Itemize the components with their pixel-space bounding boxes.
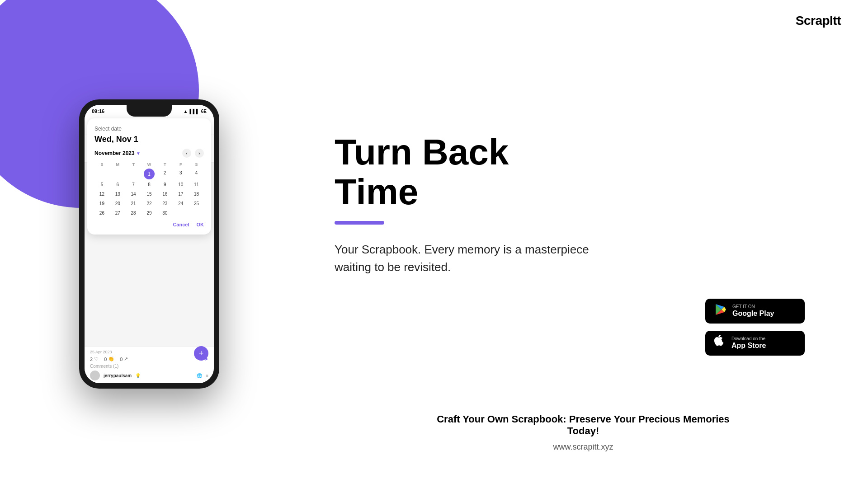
dropdown-arrow-icon[interactable]: ▼ (136, 151, 141, 156)
bottom-cta: Craft Your Own Scrapbook: Preserve Your … (298, 413, 868, 452)
google-play-button[interactable]: GET IT ON Google Play (705, 299, 805, 324)
cal-day-21[interactable]: 21 (126, 199, 141, 208)
calendar-grid: S M T W T F S 1 2 3 4 5 (94, 161, 204, 217)
cal-day-25[interactable]: 25 (189, 199, 204, 208)
cal-day-23[interactable]: 23 (157, 199, 172, 208)
bottom-user-avatar (90, 371, 100, 380)
cal-header-m: M (110, 161, 125, 168)
calendar-modal: Select date Wed, Nov 1 November 2023 ▼ ‹… (87, 118, 211, 235)
google-play-text: GET IT ON Google Play (732, 305, 774, 318)
calendar-selected-date: Wed, Nov 1 (94, 135, 204, 144)
phone-screen: 09:16 ▲ ▌▌▌ 6E ScrapItt ⊞ ➤ (85, 105, 214, 383)
cal-day-19[interactable]: 19 (94, 199, 109, 208)
phone-actions: 2 ♡ 0 👏 0 ↗ ➤ (90, 356, 208, 362)
cal-day-7[interactable]: 7 (126, 180, 141, 189)
cal-day-empty (189, 209, 204, 217)
bottom-user-emoji: 💡 (135, 373, 141, 378)
cal-day-13[interactable]: 13 (110, 190, 125, 198)
cal-day-1[interactable]: 1 (144, 169, 155, 179)
cal-header-t2: T (157, 161, 172, 168)
google-play-name: Google Play (732, 309, 774, 318)
cal-day-18[interactable]: 18 (189, 190, 204, 198)
phone-device: 09:16 ▲ ▌▌▌ 6E ScrapItt ⊞ ➤ (79, 99, 219, 389)
cal-day-14[interactable]: 14 (126, 190, 141, 198)
ok-button[interactable]: OK (197, 222, 204, 227)
month-navigation: ‹ › (182, 149, 204, 158)
cal-day-2[interactable]: 2 (157, 169, 172, 179)
cal-day-9[interactable]: 9 (157, 180, 172, 189)
cal-day-17[interactable]: 17 (173, 190, 188, 198)
cal-day-12[interactable]: 12 (94, 190, 109, 198)
google-play-icon (714, 303, 727, 319)
apple-icon (714, 335, 726, 351)
cal-day-24[interactable]: 24 (173, 199, 188, 208)
cal-header-s: S (94, 161, 109, 168)
cal-day-empty (94, 169, 109, 179)
cal-day-4[interactable]: 4 (189, 169, 204, 179)
cal-header-w: W (142, 161, 157, 168)
clap-icon[interactable]: 👏 (108, 356, 114, 362)
cal-day-27[interactable]: 27 (110, 209, 125, 217)
purple-accent-line (335, 221, 384, 225)
month-label: November 2023 ▼ (94, 150, 141, 156)
cal-day-28[interactable]: 28 (126, 209, 141, 217)
cal-header-s2: S (189, 161, 204, 168)
cancel-button[interactable]: Cancel (173, 222, 189, 227)
app-store-sub: Download on the (731, 337, 766, 341)
post-date: 25 Apr 2023 (90, 350, 208, 354)
likes-count: 2 ♡ (90, 356, 99, 362)
prev-month-button[interactable]: ‹ (182, 149, 191, 158)
cta-text: Craft Your Own Scrapbook: Preserve Your … (425, 413, 741, 437)
status-time: 09:16 (92, 108, 104, 114)
share-icon[interactable]: ↗ (124, 356, 128, 362)
calendar-month-row: November 2023 ▼ ‹ › (94, 149, 204, 158)
fab-add-button[interactable]: + (194, 346, 208, 361)
cal-day-29[interactable]: 29 (142, 209, 157, 217)
bottom-user-row: jerrypaulsam 💡 🌐 ≡ (90, 371, 208, 380)
cal-day-30[interactable]: 30 (157, 209, 172, 217)
heart-icon[interactable]: ♡ (94, 356, 99, 362)
cal-day-16[interactable]: 16 (157, 190, 172, 198)
cal-day-empty (173, 209, 188, 217)
cal-header-f: F (173, 161, 188, 168)
cal-day-26[interactable]: 26 (94, 209, 109, 217)
app-store-name: App Store (731, 341, 766, 350)
signal-icon: ▌▌▌ (190, 109, 199, 114)
phone-notch (127, 105, 172, 117)
cal-day-8[interactable]: 8 (142, 180, 157, 189)
cal-day-10[interactable]: 10 (173, 180, 188, 189)
shares-count: 0 ↗ (120, 356, 128, 362)
website-url: www.scrapitt.xyz (298, 442, 868, 452)
hero-title: Turn Back Time (335, 132, 832, 212)
cal-day-empty (110, 169, 125, 179)
cal-day-empty (126, 169, 141, 179)
cal-day-3[interactable]: 3 (173, 169, 188, 179)
calendar-dialog-title: Select date (94, 126, 204, 132)
hero-description: Your Scrapbook. Every memory is a master… (335, 241, 597, 276)
calendar-actions: Cancel OK (94, 222, 204, 227)
wifi-icon: ▲ (184, 109, 188, 114)
menu-lines-icon[interactable]: ≡ (206, 373, 208, 378)
status-icons: ▲ ▌▌▌ 6E (184, 109, 207, 114)
cal-day-20[interactable]: 20 (110, 199, 125, 208)
cal-day-6[interactable]: 6 (110, 180, 125, 189)
cal-day-5[interactable]: 5 (94, 180, 109, 189)
brand-logo: ScrapItt (796, 14, 841, 28)
app-store-button[interactable]: Download on the App Store (705, 331, 805, 356)
cal-header-t: T (126, 161, 141, 168)
cal-day-11[interactable]: 11 (189, 180, 204, 189)
next-month-button[interactable]: › (195, 149, 204, 158)
claps-count: 0 👏 (104, 356, 114, 362)
globe-icon: 🌐 (197, 373, 202, 378)
google-play-sub: GET IT ON (732, 305, 774, 309)
phone-section: 09:16 ▲ ▌▌▌ 6E ScrapItt ⊞ ➤ (0, 0, 298, 488)
bottom-username: jerrypaulsam (104, 373, 132, 378)
cal-day-22[interactable]: 22 (142, 199, 157, 208)
cal-day-15[interactable]: 15 (142, 190, 157, 198)
store-buttons: GET IT ON Google Play Download on the Ap… (705, 299, 805, 356)
app-store-text: Download on the App Store (731, 337, 766, 350)
battery-icon: 6E (201, 109, 207, 114)
comments-label[interactable]: Comments (1) (90, 364, 208, 369)
